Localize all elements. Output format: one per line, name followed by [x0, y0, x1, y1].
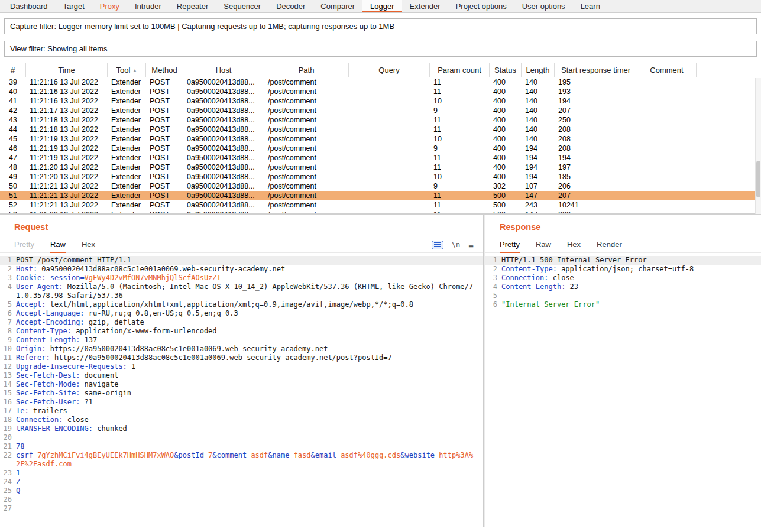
request-tab-raw[interactable]: Raw [50, 237, 66, 253]
response-code[interactable]: 1HTTP/1.1 500 Internal Server Error2Cont… [485, 253, 761, 527]
log-cell: Extender [108, 200, 146, 210]
tab-project-options[interactable]: Project options [448, 0, 514, 12]
log-row-41[interactable]: 4111:21:16 13 Jul 2022ExtenderPOST0a9500… [0, 96, 761, 106]
log-row-50[interactable]: 5011:21:21 13 Jul 2022ExtenderPOST0a9500… [0, 181, 761, 191]
response-tab-pretty[interactable]: Pretty [500, 237, 520, 253]
tab-intruder[interactable]: Intruder [127, 0, 169, 12]
view-filter-text: View filter: Showing all items [10, 44, 108, 53]
tab-proxy[interactable]: Proxy [92, 0, 127, 12]
log-cell [349, 115, 430, 125]
log-row-47[interactable]: 4711:21:19 13 Jul 2022ExtenderPOST0a9500… [0, 153, 761, 163]
log-row-46[interactable]: 4611:21:19 13 Jul 2022ExtenderPOST0a9500… [0, 144, 761, 153]
tab-target[interactable]: Target [56, 0, 92, 12]
line-text: csrf=7gYzhMCiFvi4gBEyUEEk7HmHSHM7xWAO&po… [16, 451, 483, 469]
sort-asc-icon: ▲ [132, 68, 137, 72]
code-line: 231 [0, 469, 483, 478]
column-header--[interactable]: # [0, 63, 26, 77]
log-cell: /post/comment [264, 115, 349, 125]
tab-sequencer[interactable]: Sequencer [216, 0, 268, 12]
response-tab-render[interactable]: Render [597, 237, 622, 253]
log-row-43[interactable]: 4311:21:18 13 Jul 2022ExtenderPOST0a9500… [0, 115, 761, 125]
table-scrollbar-thumb[interactable] [756, 161, 760, 197]
log-row-42[interactable]: 4211:21:17 13 Jul 2022ExtenderPOST0a9500… [0, 106, 761, 115]
log-cell: 400 [490, 134, 522, 144]
line-number: 14 [0, 380, 16, 389]
line-text: HTTP/1.1 500 Internal Server Error [501, 256, 761, 265]
log-row-44[interactable]: 4411:21:18 13 Jul 2022ExtenderPOST0a9500… [0, 125, 761, 134]
log-cell: Extender [108, 163, 146, 172]
log-row-51[interactable]: 5111:21:21 13 Jul 2022ExtenderPOST0a9500… [0, 191, 761, 200]
log-cell: 302 [490, 181, 522, 191]
column-header-time[interactable]: Time [26, 63, 108, 77]
tab-decoder[interactable]: Decoder [268, 0, 313, 12]
column-header-tool[interactable]: Tool▲ [108, 63, 146, 77]
log-cell: 11 [430, 77, 490, 87]
line-text: tRANSFER-ENCODING: chunked [16, 424, 483, 433]
log-cell: POST [146, 115, 183, 125]
log-cell: 140 [522, 77, 555, 87]
log-cell: Extender [108, 144, 146, 153]
log-row-52[interactable]: 5211:21:21 13 Jul 2022ExtenderPOST0a9500… [0, 200, 761, 210]
column-header-length[interactable]: Length [522, 63, 555, 77]
tab-extender[interactable]: Extender [402, 0, 448, 12]
column-header-label: Tool [116, 66, 131, 74]
column-header-path[interactable]: Path [264, 63, 349, 77]
log-cell: 400 [490, 115, 522, 125]
request-code[interactable]: 1POST /post/comment HTTP/1.12Host: 0a950… [0, 253, 483, 527]
response-tab-hex[interactable]: Hex [567, 237, 581, 253]
log-cell [349, 200, 430, 210]
column-header-method[interactable]: Method [146, 63, 183, 77]
log-cell: /post/comment [264, 181, 349, 191]
log-cell: 0a9500020413d88... [183, 172, 264, 181]
line-number: 17 [0, 407, 16, 416]
tab-repeater[interactable]: Repeater [169, 0, 216, 12]
tab-comparer[interactable]: Comparer [313, 0, 362, 12]
log-cell: 46 [0, 144, 26, 153]
log-cell: 11 [430, 210, 490, 213]
log-cell: POST [146, 210, 183, 213]
log-cell: 52 [0, 200, 26, 210]
tab-learn[interactable]: Learn [573, 0, 608, 12]
column-header-query[interactable]: Query [349, 63, 430, 77]
log-cell: 208 [555, 144, 637, 153]
wrap-lines-icon[interactable] [432, 241, 443, 249]
tab-user-options[interactable]: User options [514, 0, 573, 12]
log-cell: 0a9500020413d88... [183, 153, 264, 163]
table-scrollbar[interactable] [755, 78, 761, 214]
log-row-39[interactable]: 3911:21:16 13 Jul 2022ExtenderPOST0a9500… [0, 77, 761, 87]
capture-filter-text: Capture filter: Logger memory limit set … [10, 22, 394, 31]
column-header-start-response-timer[interactable]: Start response timer [555, 63, 637, 77]
log-row-45[interactable]: 4511:21:19 13 Jul 2022ExtenderPOST0a9500… [0, 134, 761, 144]
log-cell: 42 [0, 106, 26, 115]
editor-menu-icon[interactable]: ≡ [468, 240, 474, 250]
line-text: "Internal Server Error" [501, 300, 761, 309]
line-number: 22 [0, 451, 16, 469]
line-text: Content-Type: application/json; charset=… [501, 265, 761, 274]
column-header-status[interactable]: Status [490, 63, 522, 77]
log-cell: 140 [522, 134, 555, 144]
log-cell: 39 [0, 77, 26, 87]
log-row-49[interactable]: 4911:21:20 13 Jul 2022ExtenderPOST0a9500… [0, 172, 761, 181]
log-cell: 11 [430, 115, 490, 125]
log-cell: 11:21:19 13 Jul 2022 [26, 144, 108, 153]
log-cell: 243 [522, 200, 555, 210]
log-row-48[interactable]: 4811:21:20 13 Jul 2022ExtenderPOST0a9500… [0, 163, 761, 172]
log-cell: 11:21:16 13 Jul 2022 [26, 96, 108, 106]
request-tab-hex[interactable]: Hex [82, 237, 95, 253]
response-tab-raw[interactable]: Raw [536, 237, 551, 253]
tab-logger[interactable]: Logger [362, 0, 401, 12]
log-cell [349, 172, 430, 181]
view-filter-bar[interactable]: View filter: Showing all items [4, 41, 757, 57]
log-cell: 400 [490, 77, 522, 87]
column-header-param-count[interactable]: Param count [430, 63, 490, 77]
log-row-53[interactable]: 5311:21:22 13 Jul 2022ExtenderPOST0a9500… [0, 210, 761, 213]
capture-filter-bar[interactable]: Capture filter: Logger memory limit set … [4, 18, 757, 34]
column-header-comment[interactable]: Comment [637, 63, 697, 77]
request-tab-pretty[interactable]: Pretty [14, 237, 34, 253]
line-number: 9 [0, 336, 16, 345]
log-cell: 400 [490, 163, 522, 172]
newline-toggle-icon[interactable]: \n [452, 241, 460, 249]
column-header-host[interactable]: Host [183, 63, 264, 77]
log-row-40[interactable]: 4011:21:16 13 Jul 2022ExtenderPOST0a9500… [0, 87, 761, 96]
tab-dashboard[interactable]: Dashboard [2, 0, 56, 12]
